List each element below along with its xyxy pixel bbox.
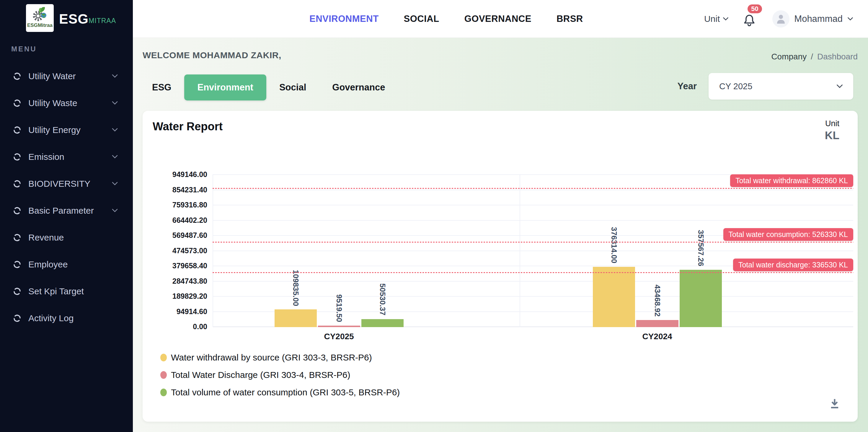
year-select-value: CY 2025	[719, 82, 752, 91]
breadcrumb-separator: /	[811, 52, 813, 61]
logo-row[interactable]: ESGMitraa ESG MITRAA	[0, 0, 133, 38]
year-filter: Year CY 2025	[677, 73, 853, 99]
sidebar-item-utility-waste[interactable]: Utility Waste	[0, 89, 133, 116]
chart-legend: Water withdrawal by source (GRI 303-3, B…	[160, 349, 400, 401]
bar-value-label: 357567.26	[696, 230, 705, 266]
bar-series1-cy2025[interactable]	[275, 309, 317, 327]
card-unit-label: Unit	[825, 119, 839, 128]
gridline	[213, 296, 853, 297]
unit-dropdown[interactable]: Unit	[704, 14, 728, 24]
nav-social[interactable]: SOCIAL	[404, 13, 439, 24]
gridline	[213, 205, 853, 205]
nav-environment[interactable]: ENVIRONMENT	[309, 13, 379, 24]
x-axis-label-cy2025: CY2025	[304, 332, 374, 341]
notifications-button[interactable]: 50	[742, 8, 759, 29]
circular-hands-icon	[12, 233, 22, 242]
circular-hands-icon	[12, 314, 22, 323]
bar-series1-cy2024[interactable]	[593, 267, 635, 327]
y-axis-tick: 664402.20	[148, 216, 207, 225]
circular-hands-icon	[12, 98, 22, 108]
header-right: Unit 50 Mohammad	[704, 0, 853, 38]
y-axis-tick: 94914.60	[148, 307, 207, 316]
sidebar: ESGMitraa ESG MITRAA MENU Utility Water …	[0, 0, 133, 432]
nav-governance[interactable]: GOVERNANCE	[464, 13, 531, 24]
sidebar-item-set-kpi-target[interactable]: Set Kpi Target	[0, 278, 133, 305]
top-header: ENVIRONMENTSOCIALGOVERNANCEBRSR Unit 50	[133, 0, 868, 38]
bar-value-label: 43468.92	[653, 285, 662, 316]
tab-esg[interactable]: ESG	[143, 75, 184, 100]
y-axis-tick: 284743.80	[148, 277, 207, 285]
vertical-gridline	[520, 175, 520, 327]
user-menu[interactable]: Mohammad	[772, 10, 853, 27]
sidebar-item-label: Employee	[28, 259, 68, 269]
breadcrumb-company[interactable]: Company	[771, 52, 807, 61]
sidebar-item-utility-water[interactable]: Utility Water	[0, 63, 133, 89]
top-nav: ENVIRONMENTSOCIALGOVERNANCEBRSR	[309, 0, 583, 38]
welcome-heading: WELCOME MOHAMMAD ZAKIR,	[143, 50, 281, 60]
reference-line-total-water-discharge	[213, 272, 853, 273]
y-axis-tick: 379658.40	[148, 261, 207, 270]
chevron-down-icon	[836, 84, 843, 89]
bar-value-label: 50530.37	[378, 283, 387, 315]
unit-dropdown-label: Unit	[704, 14, 720, 24]
gridline	[213, 220, 853, 221]
sidebar-item-label: Utility Energy	[28, 125, 81, 135]
sidebar-item-utility-energy[interactable]: Utility Energy	[0, 116, 133, 143]
logo-caption: ESGMitraa	[27, 23, 53, 28]
company-logo: ESGMitraa	[26, 4, 54, 32]
notification-count-badge: 50	[748, 4, 762, 13]
nav-brsr[interactable]: BRSR	[557, 13, 583, 24]
tab-governance[interactable]: Governance	[319, 75, 398, 100]
reference-line-total-water-withdrawal	[213, 188, 853, 189]
user-name: Mohammad	[794, 13, 843, 24]
bell-icon	[742, 13, 756, 27]
gridline	[213, 281, 853, 282]
chevron-down-icon	[112, 101, 118, 105]
y-axis-tick: 189829.20	[148, 292, 207, 300]
vertical-gridline	[213, 175, 213, 327]
sidebar-item-basic-parameter[interactable]: Basic Parameter	[0, 197, 133, 224]
chevron-down-icon	[847, 17, 853, 21]
reference-line-total-water-consumption	[213, 242, 853, 242]
sidebar-item-label: Basic Parameter	[28, 206, 94, 216]
bar-value-label: 376314.00	[609, 227, 619, 263]
card-unit-value: KL	[825, 129, 839, 142]
chevron-down-icon	[112, 128, 118, 132]
chevron-down-icon	[112, 154, 118, 159]
legend-item-1[interactable]: Water withdrawal by source (GRI 303-3, B…	[160, 349, 400, 366]
sidebar-item-label: Utility Water	[28, 71, 76, 81]
sidebar-item-activity-log[interactable]: Activity Log	[0, 305, 133, 332]
legend-label: Total volume of water consumption (GRI 3…	[171, 387, 400, 397]
legend-item-3[interactable]: Total volume of water consumption (GRI 3…	[160, 383, 400, 401]
brand-name-main: ESG	[59, 11, 89, 27]
sidebar-item-label: Emission	[28, 152, 64, 162]
year-select[interactable]: CY 2025	[709, 73, 853, 99]
legend-label: Total Water Discharge (GRI 303-4, BRSR-P…	[171, 370, 350, 380]
reference-label-total-water-consumption: Total water consumption: 526330 KL	[723, 228, 853, 241]
tab-social[interactable]: Social	[266, 75, 319, 100]
bar-series3-cy2025[interactable]	[361, 319, 404, 327]
card-title: Water Report	[153, 120, 223, 133]
sidebar-menu: Utility Water Utility Waste Utility Ener…	[0, 63, 133, 332]
circular-hands-icon	[12, 260, 22, 269]
y-axis-tick: 949146.00	[148, 170, 207, 179]
main-content: WELCOME MOHAMMAD ZAKIR, Company / Dashbo…	[133, 38, 868, 432]
sidebar-item-biodiversity[interactable]: BIODIVERSITY	[0, 170, 133, 197]
bar-series2-cy2025[interactable]	[318, 326, 360, 327]
bar-series2-cy2024[interactable]	[636, 320, 678, 327]
sidebar-item-label: BIODIVERSITY	[28, 179, 90, 189]
sidebar-item-employee[interactable]: Employee	[0, 251, 133, 278]
sidebar-item-revenue[interactable]: Revenue	[0, 224, 133, 251]
legend-item-2[interactable]: Total Water Discharge (GRI 303-4, BRSR-P…	[160, 366, 400, 383]
gridline	[213, 251, 853, 251]
unit-block: Unit KL	[825, 119, 839, 142]
legend-dot	[160, 388, 167, 396]
chevron-down-icon	[723, 17, 728, 21]
breadcrumb: Company / Dashboard	[771, 52, 858, 61]
avatar	[772, 10, 789, 27]
bar-series3-cy2024[interactable]	[680, 270, 722, 327]
water-report-card: Water Report Unit KL 0.0094914.60189829.…	[143, 111, 858, 422]
download-icon[interactable]	[828, 397, 841, 410]
tab-environment[interactable]: Environment	[184, 75, 266, 100]
sidebar-item-emission[interactable]: Emission	[0, 143, 133, 170]
